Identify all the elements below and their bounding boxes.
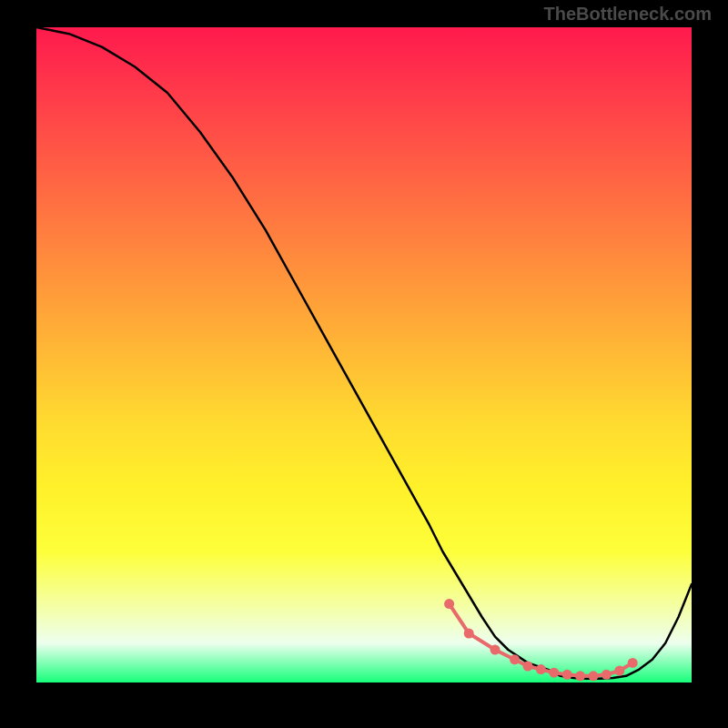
chart-svg [36, 27, 692, 682]
marker-point [523, 662, 533, 672]
chart-plot-area [36, 27, 692, 682]
marker-point [562, 670, 572, 680]
chart-markers [444, 599, 638, 681]
watermark-label: TheBottleneck.com [544, 4, 712, 25]
marker-point [444, 599, 454, 609]
marker-point [464, 629, 474, 639]
marker-point [510, 654, 520, 664]
marker-point [614, 666, 624, 676]
marker-point [549, 668, 559, 678]
marker-point [536, 664, 546, 674]
marker-point [602, 670, 612, 680]
chart-curve [36, 27, 692, 679]
marker-point [575, 671, 585, 681]
marker-point [589, 671, 599, 681]
marker-point [490, 645, 500, 655]
marker-point [628, 658, 638, 668]
